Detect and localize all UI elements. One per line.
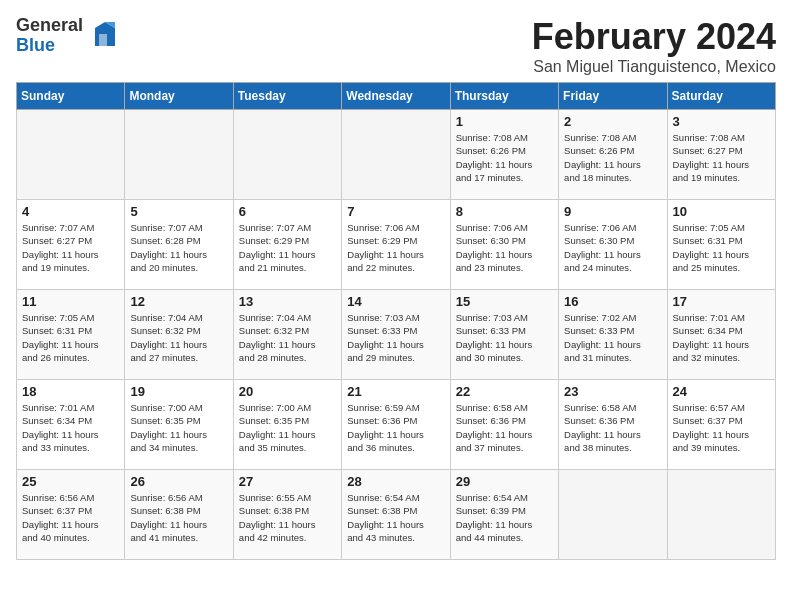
day-info: Sunrise: 6:57 AM Sunset: 6:37 PM Dayligh… <box>673 401 770 454</box>
calendar-cell: 1Sunrise: 7:08 AM Sunset: 6:26 PM Daylig… <box>450 110 558 200</box>
calendar-cell <box>559 470 667 560</box>
weekday-header-tuesday: Tuesday <box>233 83 341 110</box>
day-info: Sunrise: 7:05 AM Sunset: 6:31 PM Dayligh… <box>22 311 119 364</box>
day-info: Sunrise: 7:03 AM Sunset: 6:33 PM Dayligh… <box>347 311 444 364</box>
calendar-cell: 13Sunrise: 7:04 AM Sunset: 6:32 PM Dayli… <box>233 290 341 380</box>
day-number: 24 <box>673 384 770 399</box>
day-number: 15 <box>456 294 553 309</box>
day-number: 1 <box>456 114 553 129</box>
day-number: 21 <box>347 384 444 399</box>
day-info: Sunrise: 7:04 AM Sunset: 6:32 PM Dayligh… <box>130 311 227 364</box>
day-info: Sunrise: 7:08 AM Sunset: 6:26 PM Dayligh… <box>456 131 553 184</box>
logo-text: General Blue <box>16 16 83 56</box>
calendar-cell: 20Sunrise: 7:00 AM Sunset: 6:35 PM Dayli… <box>233 380 341 470</box>
calendar-cell: 11Sunrise: 7:05 AM Sunset: 6:31 PM Dayli… <box>17 290 125 380</box>
svg-rect-2 <box>99 34 107 46</box>
day-number: 6 <box>239 204 336 219</box>
calendar-cell: 7Sunrise: 7:06 AM Sunset: 6:29 PM Daylig… <box>342 200 450 290</box>
day-info: Sunrise: 7:06 AM Sunset: 6:30 PM Dayligh… <box>564 221 661 274</box>
logo-general: General <box>16 16 83 36</box>
calendar-cell <box>233 110 341 200</box>
day-info: Sunrise: 7:02 AM Sunset: 6:33 PM Dayligh… <box>564 311 661 364</box>
day-info: Sunrise: 7:07 AM Sunset: 6:28 PM Dayligh… <box>130 221 227 274</box>
day-info: Sunrise: 7:01 AM Sunset: 6:34 PM Dayligh… <box>673 311 770 364</box>
weekday-header-friday: Friday <box>559 83 667 110</box>
calendar-cell: 8Sunrise: 7:06 AM Sunset: 6:30 PM Daylig… <box>450 200 558 290</box>
logo-area: General Blue <box>16 16 119 56</box>
day-info: Sunrise: 7:07 AM Sunset: 6:29 PM Dayligh… <box>239 221 336 274</box>
day-number: 2 <box>564 114 661 129</box>
day-number: 11 <box>22 294 119 309</box>
day-number: 22 <box>456 384 553 399</box>
day-number: 19 <box>130 384 227 399</box>
weekday-header-saturday: Saturday <box>667 83 775 110</box>
day-number: 28 <box>347 474 444 489</box>
day-info: Sunrise: 7:08 AM Sunset: 6:27 PM Dayligh… <box>673 131 770 184</box>
day-info: Sunrise: 7:03 AM Sunset: 6:33 PM Dayligh… <box>456 311 553 364</box>
calendar-cell: 21Sunrise: 6:59 AM Sunset: 6:36 PM Dayli… <box>342 380 450 470</box>
day-number: 9 <box>564 204 661 219</box>
calendar-cell: 26Sunrise: 6:56 AM Sunset: 6:38 PM Dayli… <box>125 470 233 560</box>
day-info: Sunrise: 6:54 AM Sunset: 6:38 PM Dayligh… <box>347 491 444 544</box>
day-number: 4 <box>22 204 119 219</box>
day-number: 8 <box>456 204 553 219</box>
calendar-cell: 15Sunrise: 7:03 AM Sunset: 6:33 PM Dayli… <box>450 290 558 380</box>
calendar-cell: 29Sunrise: 6:54 AM Sunset: 6:39 PM Dayli… <box>450 470 558 560</box>
calendar-cell: 18Sunrise: 7:01 AM Sunset: 6:34 PM Dayli… <box>17 380 125 470</box>
day-info: Sunrise: 6:54 AM Sunset: 6:39 PM Dayligh… <box>456 491 553 544</box>
day-info: Sunrise: 7:05 AM Sunset: 6:31 PM Dayligh… <box>673 221 770 274</box>
calendar-cell: 23Sunrise: 6:58 AM Sunset: 6:36 PM Dayli… <box>559 380 667 470</box>
calendar-cell: 9Sunrise: 7:06 AM Sunset: 6:30 PM Daylig… <box>559 200 667 290</box>
day-number: 7 <box>347 204 444 219</box>
day-number: 25 <box>22 474 119 489</box>
day-number: 10 <box>673 204 770 219</box>
day-number: 17 <box>673 294 770 309</box>
location-title: San Miguel Tianguistenco, Mexico <box>532 58 776 76</box>
day-number: 5 <box>130 204 227 219</box>
calendar-cell: 14Sunrise: 7:03 AM Sunset: 6:33 PM Dayli… <box>342 290 450 380</box>
calendar-cell: 2Sunrise: 7:08 AM Sunset: 6:26 PM Daylig… <box>559 110 667 200</box>
day-info: Sunrise: 7:04 AM Sunset: 6:32 PM Dayligh… <box>239 311 336 364</box>
day-info: Sunrise: 6:56 AM Sunset: 6:37 PM Dayligh… <box>22 491 119 544</box>
page-header: General Blue February 2024 San Miguel Ti… <box>16 16 776 76</box>
day-number: 27 <box>239 474 336 489</box>
calendar-cell: 25Sunrise: 6:56 AM Sunset: 6:37 PM Dayli… <box>17 470 125 560</box>
calendar-cell <box>667 470 775 560</box>
calendar-cell <box>17 110 125 200</box>
day-number: 29 <box>456 474 553 489</box>
day-number: 13 <box>239 294 336 309</box>
month-title: February 2024 <box>532 16 776 58</box>
weekday-header-wednesday: Wednesday <box>342 83 450 110</box>
calendar-cell: 4Sunrise: 7:07 AM Sunset: 6:27 PM Daylig… <box>17 200 125 290</box>
calendar-cell: 17Sunrise: 7:01 AM Sunset: 6:34 PM Dayli… <box>667 290 775 380</box>
day-info: Sunrise: 6:58 AM Sunset: 6:36 PM Dayligh… <box>564 401 661 454</box>
weekday-header-sunday: Sunday <box>17 83 125 110</box>
day-info: Sunrise: 7:06 AM Sunset: 6:30 PM Dayligh… <box>456 221 553 274</box>
day-number: 16 <box>564 294 661 309</box>
calendar-cell <box>342 110 450 200</box>
weekday-header-thursday: Thursday <box>450 83 558 110</box>
day-info: Sunrise: 6:59 AM Sunset: 6:36 PM Dayligh… <box>347 401 444 454</box>
calendar-cell <box>125 110 233 200</box>
day-info: Sunrise: 7:06 AM Sunset: 6:29 PM Dayligh… <box>347 221 444 274</box>
day-number: 18 <box>22 384 119 399</box>
day-number: 14 <box>347 294 444 309</box>
calendar-cell: 22Sunrise: 6:58 AM Sunset: 6:36 PM Dayli… <box>450 380 558 470</box>
day-info: Sunrise: 7:01 AM Sunset: 6:34 PM Dayligh… <box>22 401 119 454</box>
calendar-table: SundayMondayTuesdayWednesdayThursdayFrid… <box>16 82 776 560</box>
title-area: February 2024 San Miguel Tianguistenco, … <box>532 16 776 76</box>
day-number: 20 <box>239 384 336 399</box>
day-info: Sunrise: 7:07 AM Sunset: 6:27 PM Dayligh… <box>22 221 119 274</box>
day-info: Sunrise: 6:55 AM Sunset: 6:38 PM Dayligh… <box>239 491 336 544</box>
calendar-cell: 12Sunrise: 7:04 AM Sunset: 6:32 PM Dayli… <box>125 290 233 380</box>
day-number: 26 <box>130 474 227 489</box>
day-info: Sunrise: 6:56 AM Sunset: 6:38 PM Dayligh… <box>130 491 227 544</box>
day-number: 3 <box>673 114 770 129</box>
day-info: Sunrise: 7:08 AM Sunset: 6:26 PM Dayligh… <box>564 131 661 184</box>
calendar-cell: 27Sunrise: 6:55 AM Sunset: 6:38 PM Dayli… <box>233 470 341 560</box>
calendar-cell: 28Sunrise: 6:54 AM Sunset: 6:38 PM Dayli… <box>342 470 450 560</box>
calendar-cell: 24Sunrise: 6:57 AM Sunset: 6:37 PM Dayli… <box>667 380 775 470</box>
calendar-cell: 16Sunrise: 7:02 AM Sunset: 6:33 PM Dayli… <box>559 290 667 380</box>
day-number: 23 <box>564 384 661 399</box>
day-info: Sunrise: 7:00 AM Sunset: 6:35 PM Dayligh… <box>130 401 227 454</box>
